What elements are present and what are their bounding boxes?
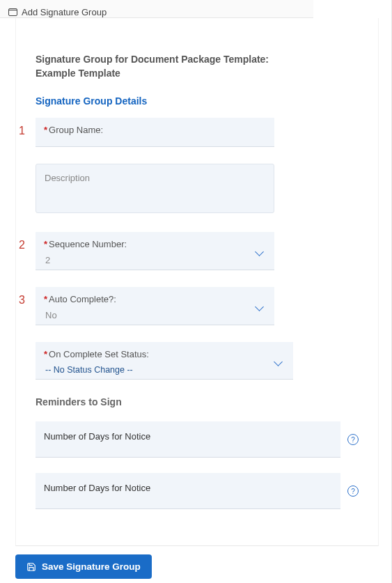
save-button-label: Save Signature Group — [42, 561, 141, 572]
auto-complete-select[interactable]: * Auto Complete?: No — [36, 287, 274, 325]
save-icon — [26, 562, 36, 572]
page-title: Signature Group for Document Package Tem… — [36, 53, 359, 80]
required-marker: * — [44, 294, 47, 304]
notice-row-1: Number of Days for Notice ? — [36, 421, 359, 458]
auto-complete-value: No — [44, 310, 266, 320]
notice-row-2: Number of Days for Notice ? — [36, 473, 359, 509]
page-title-line2: Example Template — [36, 68, 120, 79]
save-signature-group-button[interactable]: Save Signature Group — [15, 554, 152, 579]
description-input[interactable] — [36, 164, 274, 213]
help-icon[interactable]: ? — [347, 485, 359, 497]
window-title: Add Signature Group — [22, 7, 107, 17]
chevron-down-icon — [275, 361, 283, 369]
group-name-label: Group Name: — [49, 125, 103, 135]
sequence-number-label: Sequence Number: — [49, 239, 127, 249]
required-marker: * — [44, 239, 47, 249]
window-root: Add Signature Group Signature Group for … — [0, 0, 392, 583]
annotation-1: 1 — [19, 125, 34, 137]
required-marker: * — [44, 349, 47, 359]
group-name-field[interactable]: * Group Name: — [36, 118, 274, 147]
title-bar: Add Signature Group — [0, 0, 313, 18]
days-notice-2-label: Number of Days for Notice — [44, 483, 150, 493]
reminders-title: Reminders to Sign — [36, 396, 359, 407]
chevron-down-icon — [256, 306, 265, 314]
on-complete-status-select[interactable]: * On Complete Set Status: -- No Status C… — [36, 342, 293, 380]
chevron-down-icon — [256, 251, 265, 259]
required-marker: * — [44, 125, 47, 135]
on-complete-status-label: On Complete Set Status: — [49, 349, 149, 359]
form-panel: Signature Group for Document Package Tem… — [15, 18, 379, 546]
on-complete-status-value: -- No Status Change -- — [44, 365, 285, 375]
section-title: Signature Group Details — [36, 95, 359, 107]
page-title-line1: Signature Group for Document Package Tem… — [36, 54, 269, 65]
auto-complete-label: Auto Complete?: — [49, 294, 116, 304]
annotation-3: 3 — [19, 294, 34, 306]
sequence-number-value: 2 — [44, 255, 266, 265]
days-notice-1-label: Number of Days for Notice — [44, 431, 150, 442]
days-notice-2-input[interactable]: Number of Days for Notice — [36, 473, 340, 509]
annotation-2: 2 — [19, 239, 34, 251]
footer: Save Signature Group — [0, 546, 391, 583]
sequence-number-select[interactable]: * Sequence Number: 2 — [36, 232, 274, 270]
help-icon[interactable]: ? — [347, 434, 359, 445]
days-notice-1-input[interactable]: Number of Days for Notice — [36, 421, 340, 458]
window-icon — [8, 8, 17, 16]
